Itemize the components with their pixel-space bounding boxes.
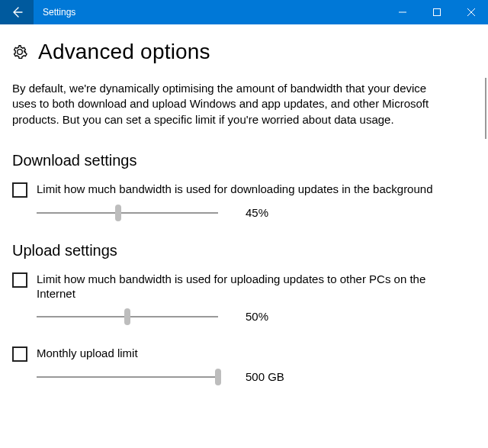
page-title: Advanced options (38, 40, 210, 64)
close-icon (467, 8, 475, 16)
back-button[interactable] (0, 0, 34, 24)
upload-limit-checkbox[interactable] (12, 272, 27, 288)
content-area: Advanced options By default, we're dynam… (0, 24, 488, 385)
upload-heading: Upload settings (12, 242, 473, 259)
gear-icon (12, 44, 27, 60)
upload-slider-row: 50% (37, 309, 473, 324)
monthly-limit-row: Monthly upload limit (12, 346, 473, 362)
download-percent-value: 45% (246, 206, 268, 219)
slider-track (37, 212, 218, 214)
download-limit-label: Limit how much bandwidth is used for dow… (37, 182, 433, 197)
slider-thumb[interactable] (215, 369, 221, 385)
download-slider-row: 45% (37, 205, 473, 221)
download-limit-checkbox[interactable] (12, 182, 27, 198)
monthly-upload-slider[interactable] (37, 369, 218, 385)
upload-bandwidth-slider[interactable] (37, 309, 218, 324)
slider-thumb[interactable] (115, 205, 121, 221)
monthly-limit-label: Monthly upload limit (37, 346, 138, 361)
slider-thumb[interactable] (124, 308, 130, 325)
intro-text: By default, we're dynamically optimising… (12, 81, 439, 127)
svg-rect-1 (433, 9, 440, 16)
upload-limit-label: Limit how much bandwidth is used for upl… (37, 272, 464, 301)
titlebar: Settings (0, 0, 488, 24)
maximize-icon (433, 8, 441, 16)
monthly-value: 500 GB (246, 370, 284, 383)
page-header: Advanced options (12, 40, 473, 64)
minimize-button[interactable] (385, 0, 419, 24)
close-button[interactable] (454, 0, 488, 24)
download-limit-row: Limit how much bandwidth is used for dow… (12, 182, 473, 198)
minimize-icon (399, 8, 406, 16)
slider-track (37, 376, 218, 378)
upload-limit-row: Limit how much bandwidth is used for upl… (12, 272, 473, 301)
window-title: Settings (34, 7, 385, 18)
download-heading: Download settings (12, 152, 473, 169)
download-bandwidth-slider[interactable] (37, 205, 218, 221)
window-controls (385, 0, 488, 24)
monthly-limit-checkbox[interactable] (12, 346, 27, 362)
upload-percent-value: 50% (246, 310, 268, 323)
arrow-left-icon (11, 6, 23, 18)
maximize-button[interactable] (419, 0, 454, 24)
monthly-slider-row: 500 GB (37, 369, 473, 385)
